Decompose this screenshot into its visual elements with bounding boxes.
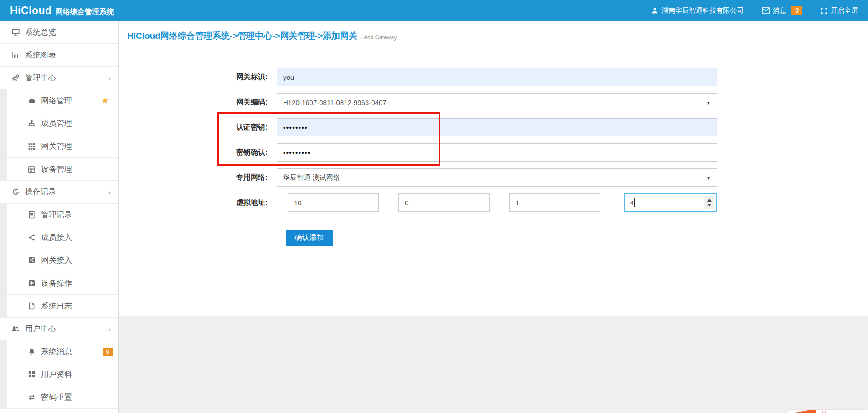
breadcrumb: HiCloud网络综合管理系统->管理中心->网关管理->添加网关 / Add … xyxy=(119,21,868,51)
orange-divider xyxy=(825,411,826,413)
app-title: HiCloud 网络综合管理系统 xyxy=(10,5,114,17)
add-gateway-form: 网关标识: 网关编码: H120-1607-0811-0812-9963-040… xyxy=(119,51,868,316)
sidebar-item-management-center[interactable]: 管理中心 xyxy=(0,67,118,89)
sidebar-item-operation-logs[interactable]: 操作记录 xyxy=(0,181,118,204)
stepper-up-icon[interactable] xyxy=(707,199,712,202)
sidebar-item-system-overview[interactable]: 系统总览 xyxy=(0,21,118,44)
messages-badge: 0 xyxy=(791,6,802,15)
calendar-icon xyxy=(26,165,37,173)
bar-chart-icon xyxy=(10,51,21,59)
chevron-right-icon xyxy=(108,73,111,82)
sidebar-item-device-management[interactable]: 设备管理 xyxy=(0,158,118,181)
sidebar-item-gateway-access[interactable]: 网关接入 xyxy=(0,249,118,272)
chevron-right-icon xyxy=(108,188,111,196)
sidebar-item-system-logs[interactable]: 系统日志 xyxy=(0,295,118,318)
favorite-star-icon[interactable] xyxy=(101,96,109,105)
share-square-icon xyxy=(26,256,37,264)
file-icon xyxy=(26,302,37,310)
gears-icon xyxy=(10,74,21,82)
key-confirm-label: 密钥确认: xyxy=(119,148,277,157)
auth-key-label: 认证密钥: xyxy=(119,123,277,132)
sidebar-item-password-reset[interactable]: 密码重置 xyxy=(0,386,118,409)
bell-icon xyxy=(26,348,37,355)
sidebar-item-management-records[interactable]: 管理记录 xyxy=(0,204,118,226)
dropdown-caret-icon xyxy=(706,100,711,105)
private-network-label: 专用网络: xyxy=(119,173,277,183)
virtual-address-octet-4[interactable] xyxy=(624,193,717,212)
virtual-address-octet-2[interactable] xyxy=(398,193,490,212)
cloud-icon xyxy=(26,97,37,105)
dropdown-caret-icon xyxy=(706,176,711,181)
confirm-add-button[interactable]: 确认添加 xyxy=(286,230,333,246)
desktop-icon xyxy=(10,28,21,36)
fullscreen-toggle[interactable]: 开启全屏 xyxy=(821,6,858,15)
breadcrumb-subtitle: / Add Gateway xyxy=(361,34,397,41)
brand-logo: HiCloud xyxy=(10,5,52,17)
messages-label: 消息 xyxy=(773,6,786,15)
stepper-down-icon[interactable] xyxy=(707,204,712,206)
expand-icon xyxy=(821,7,827,14)
virtual-address-label: 虚拟地址: xyxy=(119,198,277,208)
sidebar-item-gateway-management[interactable]: 网关管理 xyxy=(0,135,118,158)
bottom-popup-partial[interactable] xyxy=(787,409,868,413)
sidebar-item-system-charts[interactable]: 系统图表 xyxy=(0,44,118,67)
gateway-id-input[interactable] xyxy=(277,68,717,86)
exchange-icon xyxy=(26,393,37,401)
grid-icon xyxy=(26,142,37,150)
sidebar-item-member-management[interactable]: 成员管理 xyxy=(0,112,118,135)
file-text-icon xyxy=(26,211,37,219)
breadcrumb-path: HiCloud网络综合管理系统->管理中心->网关管理->添加网关 xyxy=(127,30,357,42)
th-large-icon xyxy=(26,371,37,378)
virtual-address-octet-3[interactable] xyxy=(509,193,600,212)
text-cursor xyxy=(634,198,635,207)
messages-menu[interactable]: 消息 0 xyxy=(762,6,802,15)
orange-logo-icon xyxy=(794,409,817,413)
sidebar-item-system-messages[interactable]: 系统消息 0 xyxy=(0,340,118,363)
gateway-id-label: 网关标识: xyxy=(119,73,277,82)
users-icon xyxy=(10,325,21,333)
virtual-address-octet-1[interactable] xyxy=(288,193,379,212)
sidebar-item-user-profile[interactable]: 用户资料 xyxy=(0,363,118,386)
chevron-right-icon xyxy=(108,324,111,333)
key-confirm-input[interactable] xyxy=(277,143,717,162)
envelope-icon xyxy=(762,7,770,14)
sidebar-item-network-management[interactable]: 网络管理 xyxy=(0,89,118,112)
topbar-right: 湖南华辰智通科技有限公司 消息 0 开启全屏 xyxy=(651,6,858,15)
system-messages-badge: 0 xyxy=(103,348,113,356)
topbar: HiCloud 网络综合管理系统 湖南华辰智通科技有限公司 消息 0 开启全屏 xyxy=(0,0,868,21)
gateway-code-select[interactable]: H120-1607-0811-0812-9963-0407 xyxy=(277,93,717,111)
history-icon xyxy=(10,188,21,196)
company-name: 湖南华辰智通科技有限公司 xyxy=(661,6,744,15)
user-icon xyxy=(651,7,658,14)
main-content: HiCloud网络综合管理系统->管理中心->网关管理->添加网关 / Add … xyxy=(119,21,868,413)
share-icon xyxy=(26,234,37,241)
sitemap-icon xyxy=(26,120,37,127)
sidebar-item-device-operations[interactable]: 设备操作 xyxy=(0,272,118,295)
fullscreen-label: 开启全屏 xyxy=(831,6,858,15)
auth-key-input[interactable] xyxy=(277,118,717,136)
number-stepper[interactable] xyxy=(704,196,714,209)
plus-square-icon xyxy=(26,279,37,287)
app-name: 网络综合管理系统 xyxy=(56,7,114,17)
orange-divider xyxy=(822,411,823,413)
private-network-select[interactable]: 华辰智通-测试网络 xyxy=(277,168,717,187)
sidebar-item-user-center[interactable]: 用户中心 xyxy=(0,318,118,340)
gateway-code-label: 网关编码: xyxy=(119,98,277,107)
sidebar-item-member-access[interactable]: 成员接入 xyxy=(0,226,118,249)
account-menu[interactable]: 湖南华辰智通科技有限公司 xyxy=(651,6,744,15)
sidebar: 系统总览 系统图表 管理中心 网络管理 成员管理 xyxy=(0,21,119,413)
